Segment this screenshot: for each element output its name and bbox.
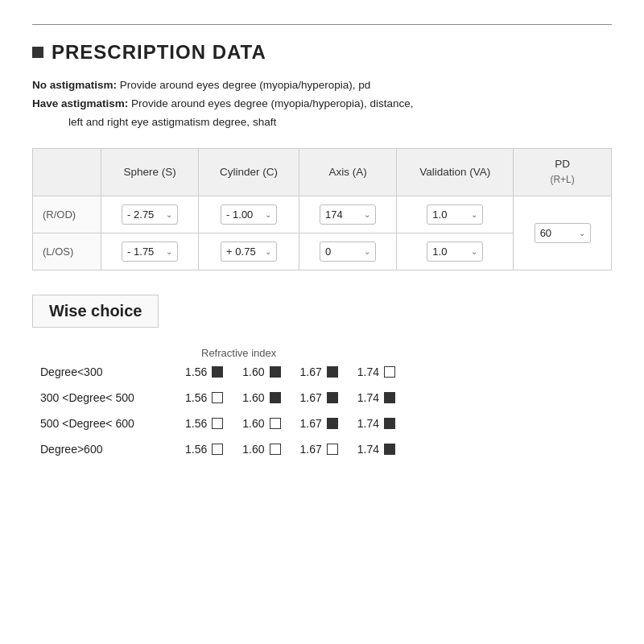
cylinder-los[interactable]: + 0.75 ⌄ xyxy=(199,233,299,270)
refractive-values-1: 1.56 1.60 1.67 1.74 xyxy=(185,391,395,404)
sphere-los-value: - 1.75 xyxy=(127,246,154,258)
index-value-3-3: 1.74 xyxy=(357,443,379,456)
row-label-rod: (R/OD) xyxy=(33,196,101,233)
refractive-values-3: 1.56 1.60 1.67 1.74 xyxy=(185,443,395,456)
index-value-3-1: 1.60 xyxy=(242,443,264,456)
index-value-3-0: 1.56 xyxy=(185,443,207,456)
chevron-down-icon: ⌄ xyxy=(364,210,370,219)
section-title-text: PRESCRIPTION DATA xyxy=(52,41,266,64)
header-validation: Validation (VA) xyxy=(397,148,514,196)
checkbox-filled-icon[interactable] xyxy=(384,444,395,455)
sphere-rod[interactable]: - 2.75 ⌄ xyxy=(101,196,199,233)
row-label-los: (L/OS) xyxy=(33,233,101,270)
index-value-1-0: 1.56 xyxy=(185,391,207,404)
checkbox-filled-icon[interactable] xyxy=(270,392,281,403)
index-value-2-1: 1.60 xyxy=(242,417,264,430)
checkbox-filled-icon[interactable] xyxy=(384,418,395,429)
checkbox-empty-icon[interactable] xyxy=(212,392,223,403)
index-value-1-2: 1.67 xyxy=(300,391,322,404)
index-value-3-2: 1.67 xyxy=(300,443,322,456)
validation-los-value: 1.0 xyxy=(432,246,447,258)
checkbox-filled-icon[interactable] xyxy=(270,366,281,378)
degree-label-2: 500 <Degree< 600 xyxy=(40,417,185,430)
checkbox-empty-icon[interactable] xyxy=(327,444,338,455)
wise-choice-title: Wise choice xyxy=(32,295,159,328)
header-pd: PD(R+L) xyxy=(514,148,612,196)
refractive-index-header: Refractive index xyxy=(201,347,612,359)
refractive-item-3-2: 1.67 xyxy=(300,443,338,456)
refractive-item-0-3: 1.74 xyxy=(357,365,395,378)
section-title-container: PRESCRIPTION DATA xyxy=(32,41,612,64)
description-container: No astigmatism: Provide around eyes degr… xyxy=(32,76,612,132)
refractive-item-0-2: 1.67 xyxy=(300,365,338,378)
header-sphere: Sphere (S) xyxy=(101,148,199,196)
sphere-los[interactable]: - 1.75 ⌄ xyxy=(101,233,199,270)
sphere-los-dropdown[interactable]: - 1.75 ⌄ xyxy=(122,242,178,262)
refractive-item-3-0: 1.56 xyxy=(185,443,223,456)
pd-value: 60 xyxy=(540,227,551,239)
index-value-1-1: 1.60 xyxy=(242,391,264,404)
refractive-item-1-0: 1.56 xyxy=(185,391,223,404)
validation-los[interactable]: 1.0 ⌄ xyxy=(397,233,514,270)
index-value-1-3: 1.74 xyxy=(357,391,379,404)
cylinder-rod-dropdown[interactable]: - 1.00 ⌄ xyxy=(221,204,277,225)
cylinder-rod[interactable]: - 1.00 ⌄ xyxy=(199,196,299,233)
pd-cell[interactable]: 60 ⌄ xyxy=(514,196,612,270)
index-value-2-3: 1.74 xyxy=(357,417,379,430)
checkbox-empty-icon[interactable] xyxy=(384,366,395,378)
checkbox-empty-icon[interactable] xyxy=(270,418,281,429)
refractive-row-0: Degree<300 1.56 1.60 1.67 1.74 xyxy=(40,365,612,378)
pd-dropdown[interactable]: 60 ⌄ xyxy=(535,223,591,243)
top-divider xyxy=(32,24,612,25)
axis-rod-dropdown[interactable]: 174 ⌄ xyxy=(320,204,376,225)
degree-label-1: 300 <Degree< 500 xyxy=(40,391,185,404)
validation-los-dropdown[interactable]: 1.0 ⌄ xyxy=(427,242,483,262)
refractive-section: Refractive index Degree<300 1.56 1.60 1.… xyxy=(32,347,612,456)
validation-rod[interactable]: 1.0 ⌄ xyxy=(397,196,514,233)
axis-los[interactable]: 0 ⌄ xyxy=(299,233,397,270)
checkbox-empty-icon[interactable] xyxy=(212,418,223,429)
index-value-0-3: 1.74 xyxy=(357,365,379,378)
table-header-row: Sphere (S) Cylinder (C) Axis (A) Validat… xyxy=(33,148,612,196)
sphere-rod-value: - 2.75 xyxy=(127,208,154,221)
axis-los-dropdown[interactable]: 0 ⌄ xyxy=(320,242,376,262)
chevron-down-icon: ⌄ xyxy=(364,247,370,256)
checkbox-filled-icon[interactable] xyxy=(327,366,338,378)
index-value-2-2: 1.67 xyxy=(300,417,322,430)
header-cylinder: Cylinder (C) xyxy=(199,148,299,196)
cylinder-los-value: + 0.75 xyxy=(226,246,256,258)
header-axis: Axis (A) xyxy=(299,148,397,196)
index-value-0-2: 1.67 xyxy=(300,365,322,378)
prescription-table: Sphere (S) Cylinder (C) Axis (A) Validat… xyxy=(32,148,612,270)
cylinder-rod-value: - 1.00 xyxy=(226,208,253,221)
refractive-item-2-1: 1.60 xyxy=(242,417,280,430)
no-astigmatism-label: No astigmatism: xyxy=(32,79,117,91)
have-astigmatism-line: Have astigmatism: Provide around eyes de… xyxy=(32,95,612,132)
refractive-item-2-0: 1.56 xyxy=(185,417,223,430)
index-value-0-0: 1.56 xyxy=(185,365,207,378)
chevron-down-icon: ⌄ xyxy=(471,247,477,256)
checkbox-empty-icon[interactable] xyxy=(270,444,281,455)
refractive-item-3-3: 1.74 xyxy=(357,443,395,456)
cylinder-los-dropdown[interactable]: + 0.75 ⌄ xyxy=(221,242,277,262)
axis-rod[interactable]: 174 ⌄ xyxy=(299,196,397,233)
no-astigmatism-line: No astigmatism: Provide around eyes degr… xyxy=(32,76,612,95)
checkbox-filled-icon[interactable] xyxy=(327,392,338,403)
checkbox-filled-icon[interactable] xyxy=(212,366,223,378)
checkbox-filled-icon[interactable] xyxy=(327,418,338,429)
square-icon xyxy=(32,47,43,58)
table-row-rod: (R/OD) - 2.75 ⌄ - 1.00 ⌄ 174 ⌄ xyxy=(33,196,612,233)
refractive-item-1-2: 1.67 xyxy=(300,391,338,404)
chevron-down-icon: ⌄ xyxy=(265,210,271,219)
refractive-item-2-2: 1.67 xyxy=(300,417,338,430)
refractive-item-0-1: 1.60 xyxy=(242,365,280,378)
checkbox-empty-icon[interactable] xyxy=(212,444,223,455)
refractive-item-1-3: 1.74 xyxy=(357,391,395,404)
validation-rod-dropdown[interactable]: 1.0 ⌄ xyxy=(427,204,483,225)
sphere-rod-dropdown[interactable]: - 2.75 ⌄ xyxy=(122,204,178,225)
refractive-item-3-1: 1.60 xyxy=(242,443,280,456)
checkbox-filled-icon[interactable] xyxy=(384,392,395,403)
index-value-0-1: 1.60 xyxy=(242,365,264,378)
refractive-values-0: 1.56 1.60 1.67 1.74 xyxy=(185,365,395,378)
refractive-row-1: 300 <Degree< 500 1.56 1.60 1.67 1.74 xyxy=(40,391,612,404)
